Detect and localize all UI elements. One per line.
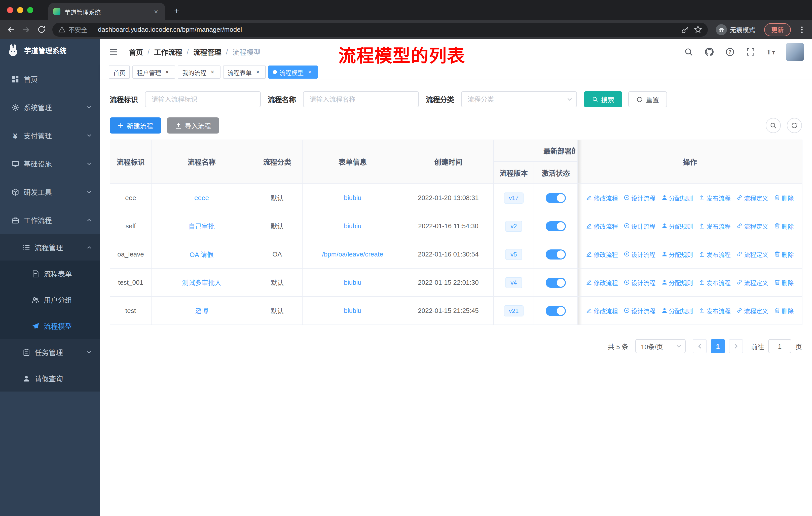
password-key-icon[interactable] [678, 23, 692, 36]
op-design-process[interactable]: 设计流程 [624, 278, 656, 287]
active-toggle[interactable] [546, 193, 566, 203]
form-info-link[interactable]: biubiu [344, 194, 361, 201]
op-edit-process[interactable]: 修改流程 [586, 222, 618, 230]
op-assign-rule[interactable]: 分配规则 [661, 250, 693, 259]
op-design-process[interactable]: 设计流程 [624, 222, 656, 230]
op-process-definition[interactable]: 流程定义 [736, 250, 768, 259]
op-design-process[interactable]: 设计流程 [624, 193, 656, 202]
sidebar-item-user-group[interactable]: 用户分组 [0, 287, 100, 313]
op-process-definition[interactable]: 流程定义 [736, 306, 768, 315]
page-number-button[interactable]: 1 [711, 339, 725, 353]
close-icon[interactable] [254, 69, 261, 76]
refresh-table-button[interactable] [787, 118, 802, 133]
search-button[interactable] [683, 46, 695, 58]
sidebar-item-process-model[interactable]: 流程模型 [0, 313, 100, 339]
incognito-profile-chip[interactable]: 无痕模式 [712, 22, 759, 36]
op-edit-process[interactable]: 修改流程 [586, 306, 618, 315]
tag-home[interactable]: 首页 [109, 65, 130, 79]
prev-page-button[interactable] [693, 339, 707, 353]
process-name-link[interactable]: OA 请假 [190, 251, 213, 259]
breadcrumb-home[interactable]: 首页 [129, 47, 143, 57]
tab-close-icon[interactable] [152, 7, 160, 16]
active-toggle[interactable] [546, 221, 566, 231]
version-tag[interactable]: v5 [505, 249, 522, 260]
op-edit-process[interactable]: 修改流程 [586, 250, 618, 259]
breadcrumb-workflow[interactable]: 工作流程 [154, 47, 182, 57]
close-icon[interactable] [306, 69, 313, 76]
op-edit-process[interactable]: 修改流程 [586, 193, 618, 202]
form-info-link[interactable]: /bpm/oa/leave/create [322, 250, 383, 258]
sidebar-item-system-management[interactable]: 系统管理 [0, 93, 100, 121]
back-button[interactable] [4, 22, 18, 36]
form-info-link[interactable]: biubiu [344, 279, 361, 286]
tag-process-form[interactable]: 流程表单 [223, 65, 266, 79]
form-info-link[interactable]: biubiu [344, 307, 361, 315]
version-tag[interactable]: v4 [505, 277, 522, 288]
next-page-button[interactable] [729, 339, 743, 353]
address-bar[interactable]: 不安全 dashboard.yudao.iocoder.cn/bpm/manag… [52, 22, 708, 36]
sidebar-item-payment-management[interactable]: 支付管理 [0, 121, 100, 150]
toggle-search-button[interactable] [766, 118, 781, 133]
op-publish-process[interactable]: 发布流程 [699, 278, 731, 287]
version-tag[interactable]: v2 [505, 220, 522, 232]
browser-tab[interactable]: 芋道管理系统 [48, 3, 165, 20]
search-button[interactable]: 搜索 [584, 91, 622, 107]
op-process-definition[interactable]: 流程定义 [736, 222, 768, 230]
process-name-link[interactable]: eeee [194, 194, 209, 201]
op-assign-rule[interactable]: 分配规则 [661, 306, 693, 315]
op-assign-rule[interactable]: 分配规则 [661, 222, 693, 230]
op-design-process[interactable]: 设计流程 [624, 306, 656, 315]
import-process-button[interactable]: 导入流程 [167, 117, 219, 134]
process-category-select[interactable] [461, 91, 577, 107]
browser-menu-button[interactable] [796, 23, 808, 35]
github-button[interactable] [703, 46, 715, 58]
op-delete[interactable]: 删除 [774, 306, 794, 315]
reload-button[interactable] [34, 22, 48, 36]
sidebar-item-home[interactable]: 首页 [0, 65, 100, 93]
font-size-button[interactable]: TT [765, 46, 777, 58]
op-publish-process[interactable]: 发布流程 [699, 193, 731, 202]
help-button[interactable]: ? [724, 46, 736, 58]
breadcrumb-process-management[interactable]: 流程管理 [193, 47, 222, 57]
tag-my-process[interactable]: 我的流程 [178, 65, 221, 79]
sidebar-item-workflow[interactable]: 工作流程 [0, 206, 100, 234]
version-tag[interactable]: v21 [504, 305, 524, 316]
op-delete[interactable]: 删除 [774, 222, 794, 230]
close-icon[interactable] [164, 69, 171, 76]
user-avatar[interactable] [786, 43, 804, 61]
app-logo[interactable]: 芋道管理系统 [0, 39, 100, 62]
minimize-window-button[interactable] [17, 7, 23, 13]
version-tag[interactable]: v17 [504, 192, 524, 203]
op-process-definition[interactable]: 流程定义 [736, 278, 768, 287]
op-delete[interactable]: 删除 [774, 278, 794, 287]
page-size-select[interactable]: 10条/页 [635, 339, 686, 353]
tag-process-model[interactable]: 流程模型 [268, 65, 318, 79]
close-icon[interactable] [209, 69, 216, 76]
close-window-button[interactable] [7, 7, 13, 13]
process-name-input[interactable] [303, 91, 419, 107]
forward-button[interactable] [19, 22, 33, 36]
sidebar-item-process-form[interactable]: 流程表单 [0, 261, 100, 287]
active-toggle[interactable] [546, 306, 566, 316]
process-name-link[interactable]: 滔博 [195, 307, 208, 315]
sidebar-item-leave-query[interactable]: 请假查询 [0, 365, 100, 391]
process-id-input[interactable] [145, 91, 261, 107]
active-toggle[interactable] [546, 277, 566, 288]
op-delete[interactable]: 删除 [774, 193, 794, 202]
zoom-window-button[interactable] [27, 7, 33, 13]
sidebar-item-infrastructure[interactable]: 基础设施 [0, 150, 100, 178]
op-edit-process[interactable]: 修改流程 [586, 278, 618, 287]
tag-tenant-management[interactable]: 租户管理 [133, 65, 175, 79]
op-publish-process[interactable]: 发布流程 [699, 306, 731, 315]
reset-button[interactable]: 重置 [628, 91, 667, 107]
sidebar-item-dev-tools[interactable]: 研发工具 [0, 178, 100, 206]
process-name-link[interactable]: 自己审批 [188, 223, 215, 230]
fullscreen-button[interactable] [745, 46, 757, 58]
op-delete[interactable]: 删除 [774, 250, 794, 259]
bookmark-star-icon[interactable] [692, 23, 705, 36]
process-name-link[interactable]: 测试多审批人 [182, 279, 221, 287]
op-assign-rule[interactable]: 分配规则 [661, 278, 693, 287]
active-toggle[interactable] [546, 249, 566, 259]
new-tab-button[interactable] [170, 4, 183, 18]
form-info-link[interactable]: biubiu [344, 222, 361, 230]
